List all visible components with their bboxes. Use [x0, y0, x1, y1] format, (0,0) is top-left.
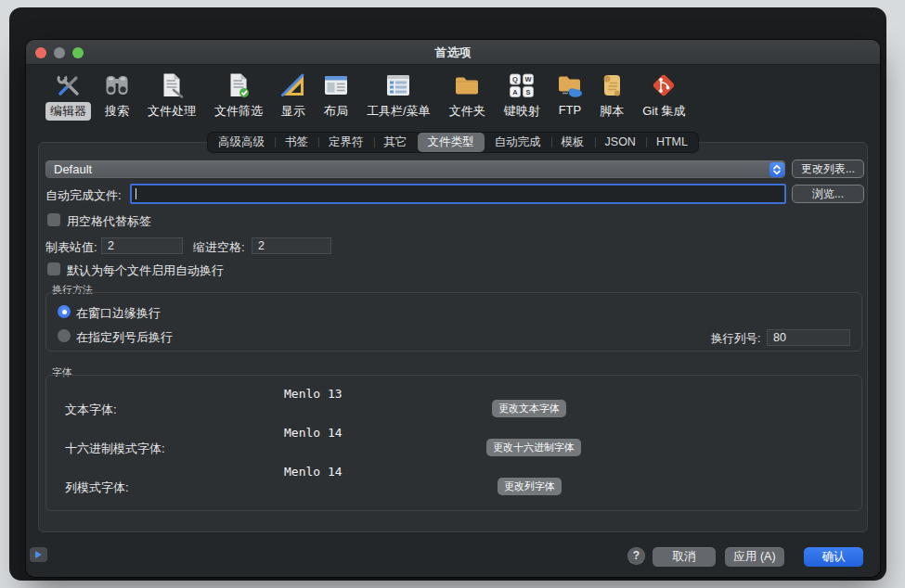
wrap-group-box: 在窗口边缘换行 在指定列号后换行 换行列号:: [45, 292, 862, 352]
tab-bookmarks[interactable]: 书签: [275, 133, 318, 152]
tab-stop-input[interactable]: [101, 237, 183, 254]
use-spaces-checkbox[interactable]: [47, 213, 60, 226]
tab-json[interactable]: JSON: [595, 133, 646, 152]
tab-autocomplete[interactable]: 自动完成: [485, 133, 551, 152]
browse-button[interactable]: 浏览...: [792, 185, 864, 203]
keyboard-keys-icon: QW AS: [508, 71, 536, 99]
cancel-button[interactable]: 取消: [653, 547, 716, 567]
text-font-sample: Menlo 13: [284, 387, 343, 401]
change-column-font-button[interactable]: 更改列字体: [498, 478, 562, 495]
change-text-font-button[interactable]: 更改文本字体: [492, 400, 566, 417]
wrap-at-window-radio[interactable]: [58, 305, 71, 318]
menu-list-icon: [384, 71, 412, 99]
binoculars-icon: [103, 71, 131, 99]
window-title: 首选项: [26, 40, 880, 65]
help-button[interactable]: ?: [627, 547, 645, 565]
toolbar-item-label: 脚本: [595, 102, 628, 121]
autocomplete-file-label: 自动完成文件:: [45, 187, 122, 204]
column-font-sample: Menlo 14: [284, 465, 343, 479]
toolbar-item-display[interactable]: 显示: [272, 71, 315, 121]
play-triangle-icon: [35, 551, 42, 558]
hex-font-sample: Menlo 14: [284, 426, 343, 440]
ok-button[interactable]: 确认: [804, 547, 863, 567]
use-spaces-label: 用空格代替标签: [67, 213, 151, 230]
wrap-default-checkbox[interactable]: [47, 262, 60, 275]
toolbar-item-label: 文件筛选: [210, 102, 267, 121]
toolbar-item-folders[interactable]: 文件夹: [440, 71, 495, 121]
title-bar: 首选项: [26, 40, 880, 65]
toolbar-item-git[interactable]: Git 集成: [633, 71, 694, 121]
language-list-popup[interactable]: Default: [45, 160, 785, 178]
apply-button[interactable]: 应用 (A): [725, 547, 784, 567]
indent-label: 缩进空格:: [193, 239, 245, 256]
toolbar-item-file-filter[interactable]: 文件筛选: [205, 71, 272, 121]
popup-stepper-icon: [769, 162, 784, 177]
folder-cloud-icon: [556, 71, 584, 99]
toolbar-item-search[interactable]: 搜索: [96, 71, 138, 121]
toolbar-item-label: 显示: [277, 102, 310, 121]
hex-font-label: 十六进制模式字体:: [65, 441, 165, 457]
text-font-label: 文本字体:: [65, 402, 117, 418]
tools-icon: [55, 71, 83, 99]
toolbar-item-layout[interactable]: 布局: [315, 71, 357, 121]
change-list-button[interactable]: 更改列表...: [792, 160, 864, 178]
toolbar-item-label: 文件处理: [143, 102, 200, 121]
change-hex-font-button[interactable]: 更改十六进制字体: [486, 439, 581, 456]
toolbar-item-editor[interactable]: 编辑器: [41, 71, 96, 121]
toolbar-item-ftp[interactable]: FTP: [549, 71, 591, 118]
git-icon: [650, 71, 678, 99]
wrap-column-label: 换行列号:: [711, 331, 760, 347]
preferences-toolbar: 编辑器 搜索 文件处理: [26, 65, 880, 132]
setsquare-pencil-icon: [279, 71, 307, 99]
indent-input[interactable]: [252, 237, 331, 254]
toolbar-item-label: Git 集成: [638, 102, 690, 121]
column-font-label: 列模式字体:: [65, 479, 129, 496]
folder-icon: [453, 71, 481, 99]
toolbar-item-toolbar-menu[interactable]: 工具栏/菜单: [357, 71, 440, 121]
language-list-popup-value: Default: [54, 162, 92, 176]
wrap-at-window-label: 在窗口边缘换行: [76, 305, 161, 322]
preferences-window: 首选项 编辑器 搜索: [26, 40, 880, 577]
toolbar-item-label: 文件夹: [445, 102, 490, 121]
document-check-icon: [225, 71, 252, 99]
tab-templates[interactable]: 模板: [551, 133, 595, 152]
wrap-column-input[interactable]: [767, 329, 850, 346]
svg-text:Q: Q: [512, 75, 518, 83]
autocomplete-file-input[interactable]: [130, 184, 786, 204]
svg-text:A: A: [512, 88, 518, 96]
wrap-at-column-label: 在指定列号后换行: [76, 329, 173, 346]
toolbar-item-file-handling[interactable]: 文件处理: [138, 71, 205, 121]
tab-file-types[interactable]: 文件类型: [418, 133, 485, 152]
tab-bar: 高级高级 书签 定界符 其它 文件类型 自动完成 模板 JSON HTML: [26, 132, 880, 153]
tab-other[interactable]: 其它: [374, 133, 418, 152]
panel-expand-button[interactable]: [30, 547, 47, 562]
tab-stop-label: 制表站值:: [45, 239, 97, 256]
wrap-default-label: 默认为每个文件启用自动换行: [67, 262, 224, 279]
toolbar-item-label: 键映射: [499, 102, 545, 121]
svg-text:W: W: [525, 75, 533, 83]
file-types-panel: Default 更改列表... 自动完成文件: 浏览... 用空格代替标签 制表…: [38, 142, 868, 532]
toolbar-item-label: 布局: [319, 102, 353, 121]
toolbar-item-key-mapping[interactable]: QW AS 键映射: [495, 71, 549, 121]
toolbar-item-label: 工具栏/菜单: [362, 102, 435, 121]
text-caret: [136, 188, 136, 199]
window-layout-icon: [322, 71, 350, 99]
toolbar-item-label: 搜索: [100, 102, 134, 121]
svg-text:S: S: [526, 88, 531, 96]
fonts-group-box: Menlo 13 文本字体: 更改文本字体 Menlo 14 十六进制模式字体:…: [45, 375, 862, 511]
tab-advanced[interactable]: 高级高级: [208, 133, 275, 152]
tab-delimiters[interactable]: 定界符: [318, 133, 374, 152]
tab-segmented-control: 高级高级 书签 定界符 其它 文件类型 自动完成 模板 JSON HTML: [207, 132, 699, 153]
wrap-at-column-radio[interactable]: [58, 329, 71, 342]
toolbar-item-label: 编辑器: [45, 102, 91, 121]
document-tools-icon: [158, 71, 186, 99]
tab-html[interactable]: HTML: [646, 133, 698, 152]
scroll-icon: [598, 71, 626, 99]
toolbar-item-label: FTP: [554, 102, 587, 118]
toolbar-item-scripts[interactable]: 脚本: [590, 71, 633, 121]
